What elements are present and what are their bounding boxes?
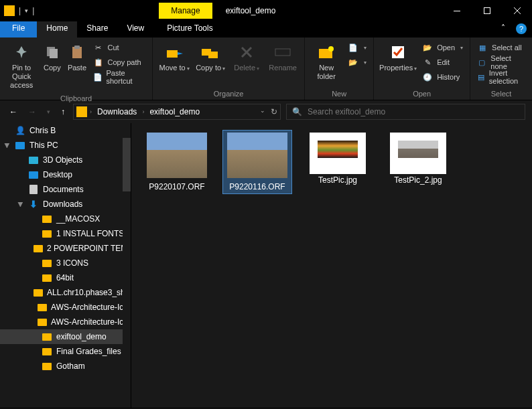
invert-selection-button[interactable]: ▤Invert selection <box>474 70 528 84</box>
tree-folder[interactable]: 3 ICONS <box>0 256 131 270</box>
open-button[interactable]: 📂Open▾ <box>419 40 466 55</box>
tree-folder[interactable]: 64bit <box>0 270 131 285</box>
paste-button[interactable]: Paste <box>65 40 88 75</box>
crumb-current[interactable]: exiftool_demo <box>147 107 202 116</box>
svg-rect-10 <box>208 52 218 58</box>
pin-quick-access-button[interactable]: Pin to Quick access <box>4 40 39 93</box>
address-bar[interactable]: › Downloads › exiftool_demo ⌄ ↻ <box>73 104 281 120</box>
qat-dropdown-icon[interactable]: ▾ <box>25 7 28 14</box>
tree-folder[interactable]: __MACOSX <box>0 212 131 226</box>
file-item[interactable]: TestPic_2.jpg <box>383 130 453 187</box>
folder-icon <box>34 287 43 298</box>
rename-icon <box>273 43 292 62</box>
move-icon <box>165 43 184 62</box>
item-icon <box>28 155 39 165</box>
new-item-button[interactable]: 📄▾ <box>345 40 369 55</box>
tree-user[interactable]: 👤Chris B <box>0 123 131 138</box>
tree-folder-label: Gotham <box>56 361 85 371</box>
refresh-icon[interactable]: ↻ <box>271 107 277 116</box>
nav-up-icon[interactable]: ↑ <box>58 104 68 119</box>
address-drop-icon[interactable]: ⌄ <box>260 107 265 116</box>
folder-icon <box>38 317 47 327</box>
select-all-button[interactable]: ▦Select all <box>474 40 528 55</box>
edit-button[interactable]: ✎Edit <box>419 55 466 70</box>
tree-folder[interactable]: ALL.chr10.phase3_sha <box>0 285 131 300</box>
easy-access-button[interactable]: 📂▾ <box>345 55 369 70</box>
thumbnail <box>227 133 287 178</box>
selectall-icon: ▦ <box>477 42 488 53</box>
titlebar: | ▾ | Manage exiftool_demo <box>0 0 532 21</box>
group-label: Organize <box>157 88 300 99</box>
delete-button[interactable]: Delete▾ <box>229 40 264 75</box>
nav-back-icon[interactable]: ← <box>7 104 20 119</box>
group-label: Open <box>378 88 466 99</box>
nav-recent-icon[interactable]: ▾ <box>44 106 53 118</box>
tree-this-pc[interactable]: ⯆This PC <box>0 138 131 153</box>
tree-folder[interactable]: AWS-Architecture-Ico <box>0 315 131 329</box>
scrollbar-thumb[interactable] <box>123 138 131 191</box>
crumb-sep-icon[interactable]: › <box>142 108 144 115</box>
crumb-downloads[interactable]: Downloads <box>94 107 139 116</box>
tree-item[interactable]: Documents <box>0 182 131 197</box>
path-icon: 📋 <box>93 57 104 68</box>
nav-forward-icon[interactable]: → <box>25 104 39 119</box>
tree-folder-label: 2 POWERPOINT TEMP <box>47 244 131 253</box>
crumb-sep-icon[interactable]: › <box>90 108 92 115</box>
ribbon-group-new: New folder 📄▾ 📂▾ New <box>305 37 374 100</box>
tab-view[interactable]: View <box>117 21 153 37</box>
maximize-button[interactable] <box>472 0 502 21</box>
copy-button[interactable]: Copy <box>40 40 64 75</box>
user-icon: 👤 <box>15 125 25 136</box>
thumbnail <box>390 133 446 174</box>
tree-folder[interactable]: exiftool_demo <box>0 329 131 344</box>
contextual-tab-manage[interactable]: Manage <box>159 3 212 19</box>
file-list[interactable]: P9220107.ORFP9220116.ORFTestPic.jpgTestP… <box>131 123 532 408</box>
paste-shortcut-button[interactable]: 📄Paste shortcut <box>90 70 149 84</box>
tree-folder[interactable]: 2 POWERPOINT TEMP <box>0 241 131 256</box>
folder-icon <box>42 331 52 342</box>
svg-rect-1 <box>484 8 490 14</box>
file-item[interactable]: P9220107.ORF <box>142 130 212 194</box>
tree-folder[interactable]: Final Grades_files <box>0 344 131 359</box>
properties-button[interactable]: Properties▾ <box>378 40 418 75</box>
tab-picture-tools[interactable]: Picture Tools <box>157 21 222 37</box>
tree-folder[interactable]: 1 INSTALL FONTS <box>0 226 131 241</box>
tree-folder[interactable]: Gotham <box>0 359 131 374</box>
move-to-button[interactable]: Move to▾ <box>157 40 192 75</box>
close-button[interactable] <box>502 0 532 21</box>
tree-folder-label: ALL.chr10.phase3_sha <box>47 288 129 297</box>
file-item[interactable]: TestPic.jpg <box>303 130 373 187</box>
svg-rect-7 <box>74 46 80 49</box>
ribbon-group-clipboard: Pin to Quick access Copy Paste ✂Cut 📋Cop… <box>0 37 153 100</box>
tab-share[interactable]: Share <box>77 21 117 37</box>
select-none-button[interactable]: ▢Select none <box>474 55 528 70</box>
item-icon <box>28 184 39 195</box>
copy-to-button[interactable]: Copy to▾ <box>193 40 228 75</box>
pc-icon <box>15 140 25 151</box>
tree-item[interactable]: Desktop <box>0 167 131 182</box>
tree-folder-label: 1 INSTALL FONTS <box>56 229 124 238</box>
tree-folder-label: AWS-Architecture-Ico <box>51 317 128 327</box>
cut-button[interactable]: ✂Cut <box>90 40 149 55</box>
tree-folder-label: AWS-Architecture-Ico <box>51 303 128 312</box>
folder-icon <box>34 243 43 254</box>
new-folder-button[interactable]: New folder <box>309 40 344 84</box>
tree-item[interactable]: 3D Objects <box>0 153 131 167</box>
file-item[interactable]: P9220116.ORF <box>222 130 292 194</box>
tab-file[interactable]: File <box>0 21 37 37</box>
rename-button[interactable]: Rename <box>265 40 300 75</box>
navbar: ← → ▾ ↑ › Downloads › exiftool_demo ⌄ ↻ … <box>0 100 532 123</box>
help-icon[interactable]: ? <box>516 23 527 34</box>
history-button[interactable]: 🕘History <box>419 70 466 84</box>
tab-home[interactable]: Home <box>37 21 77 37</box>
tree-item[interactable]: ⯆⬇Downloads <box>0 197 131 212</box>
tree-item-label: 3D Objects <box>43 155 82 165</box>
group-label: Select <box>474 88 528 99</box>
ribbon-collapse-icon[interactable]: ˄ <box>496 21 511 37</box>
folder-icon <box>42 361 52 372</box>
tree-folder[interactable]: AWS-Architecture-Ico <box>0 300 131 315</box>
search-input[interactable]: 🔍 Search exiftool_demo <box>286 104 525 120</box>
minimize-button[interactable] <box>442 0 472 21</box>
tree-scrollbar[interactable] <box>123 123 131 408</box>
copy-path-button[interactable]: 📋Copy path <box>90 55 149 70</box>
